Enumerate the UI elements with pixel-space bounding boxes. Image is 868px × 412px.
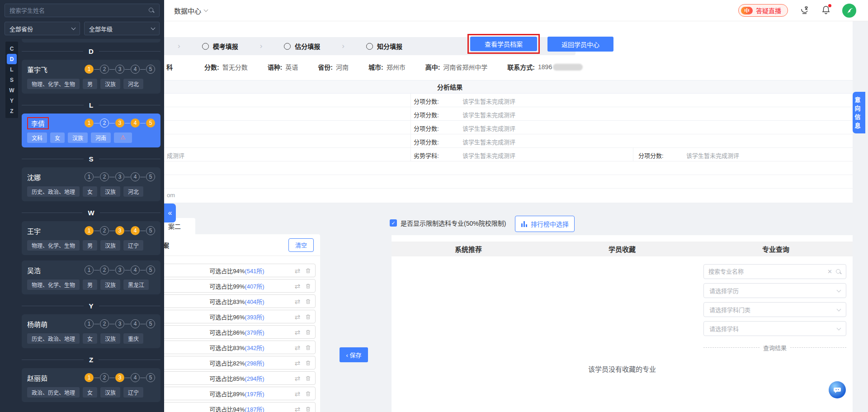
alphabet-letter-C[interactable]: C	[7, 43, 17, 54]
trash-icon[interactable]	[305, 283, 311, 289]
clear-x-icon[interactable]: ✕	[827, 268, 832, 275]
live-qa-button[interactable]: 答疑直播	[738, 4, 788, 17]
plan-row[interactable]: 可选占比94%(541所)⇄	[158, 264, 316, 277]
collapse-panel-button[interactable]: «	[164, 204, 176, 223]
major-filter-select[interactable]: 请选择学历	[703, 283, 846, 298]
student-name: 杨萌萌	[27, 319, 47, 329]
swap-icon[interactable]: ⇄	[294, 390, 300, 397]
restricted-majors-checkbox[interactable]: ✓	[390, 219, 397, 227]
student-tags: 物理、化学、生物男汉族黑龙江	[27, 279, 155, 290]
search-icon[interactable]	[149, 8, 155, 14]
chat-bot-icon[interactable]	[829, 381, 846, 398]
swap-icon[interactable]: ⇄	[294, 298, 300, 305]
plan-row-actions: ⇄	[294, 326, 311, 338]
data-center-menu[interactable]: 数据中心	[174, 6, 208, 15]
chevron-down-icon	[151, 26, 156, 30]
chevron-right-separator: ›	[178, 42, 180, 51]
trash-icon[interactable]	[305, 268, 311, 274]
alphabet-letter-L[interactable]: L	[7, 64, 17, 75]
student-card[interactable]: 杨萌萌12345历史、政治、地理女汉族重庆	[22, 314, 160, 348]
search-icon[interactable]	[836, 269, 842, 275]
student-tag: 黑龙江	[123, 279, 149, 290]
alphabet-letter-Z[interactable]: Z	[7, 106, 17, 116]
student-card[interactable]: 沈娜12345历史、政治、地理女汉族河北	[22, 167, 160, 201]
trash-icon[interactable]	[305, 345, 311, 350]
plan-school-count: (404所)	[245, 298, 264, 305]
user-avatar[interactable]	[842, 4, 856, 18]
student-tag: 汉族	[100, 279, 120, 290]
major-search-input[interactable]	[708, 268, 822, 275]
alphabet-letter-W[interactable]: W	[7, 85, 17, 95]
info-value: 河南	[336, 62, 349, 71]
step-circle: 4	[131, 172, 140, 181]
trash-icon[interactable]	[305, 360, 311, 366]
major-tab[interactable]: 专业查询	[699, 242, 853, 256]
plan-row[interactable]: 可选占比82%(298所)⇄	[158, 356, 316, 369]
swap-icon[interactable]: ⇄	[294, 375, 300, 382]
ranking-select-button[interactable]: 排行榜中选择	[515, 216, 575, 232]
notification-bell-icon[interactable]	[821, 5, 830, 16]
save-button[interactable]: ‹ 保存	[340, 347, 368, 362]
clear-plans-button[interactable]: 清空	[288, 238, 314, 252]
trash-icon[interactable]	[305, 391, 311, 397]
major-tab[interactable]: 系统推荐	[392, 242, 545, 256]
step-circle: 3	[115, 172, 124, 181]
workflow-step[interactable]: 模考填报	[202, 42, 238, 51]
record-mic-icon[interactable]	[800, 5, 810, 15]
swap-icon[interactable]: ⇄	[294, 283, 300, 289]
step-connector	[94, 69, 99, 70]
trash-icon[interactable]	[305, 298, 311, 304]
trash-icon[interactable]	[305, 375, 311, 381]
step-connector	[140, 177, 146, 177]
analysis-value: 该学生暂未完成测评	[686, 151, 739, 160]
trash-icon[interactable]	[305, 406, 311, 412]
alphabet-letter-Y[interactable]: Y	[7, 95, 17, 106]
swap-icon[interactable]: ⇄	[294, 406, 300, 412]
student-tag: 河南	[91, 133, 111, 143]
major-filter-select[interactable]: 请选择学科	[703, 321, 846, 336]
info-field: 城市:郑州市	[368, 62, 406, 71]
swap-icon[interactable]: ⇄	[294, 329, 300, 336]
student-card[interactable]: 吴浩12345物理、化学、生物男汉族黑龙江	[22, 260, 160, 294]
major-tab[interactable]: 学员收藏	[545, 242, 699, 256]
back-to-center-button[interactable]: 返回学员中心	[547, 37, 613, 52]
plan-row[interactable]: 可选占比94%(187所)⇄	[158, 402, 316, 412]
empty-row	[164, 175, 853, 189]
swap-icon[interactable]: ⇄	[294, 267, 300, 274]
step-circle: 1	[85, 319, 94, 328]
view-archive-button[interactable]: 查看学员档案	[470, 37, 537, 51]
student-detail-card: ›模考填报›估分填报›知分填报 查看学员档案 返回学员中心 科 分数:暂无分数语…	[164, 21, 853, 203]
student-card[interactable]: 李倩12345文科女汉族河南⚠	[22, 114, 160, 147]
analysis-label: 分项分数:	[414, 110, 439, 119]
trash-icon[interactable]	[305, 314, 311, 320]
select-placeholder: 请选择学科门类	[709, 305, 750, 314]
swap-icon[interactable]: ⇄	[294, 344, 300, 351]
plan-row[interactable]: 可选占比86%(379所)⇄	[158, 325, 316, 339]
plan-row[interactable]: 可选占比83%(342所)⇄	[158, 341, 316, 354]
trash-icon[interactable]	[305, 329, 311, 335]
student-search-input[interactable]	[9, 7, 149, 14]
major-filter-select[interactable]: 请选择学科门类	[703, 302, 846, 317]
grade-filter-select[interactable]: 全部年级	[84, 22, 160, 35]
student-card[interactable]: 董宇飞12345物理、化学、生物男汉族河北	[22, 60, 160, 94]
analysis-value: 该学生暂未完成测评	[462, 124, 515, 133]
plan-row[interactable]: 可选占比83%(404所)⇄	[158, 294, 316, 308]
alphabet-letter-S[interactable]: S	[7, 75, 17, 85]
plan-row[interactable]: 可选占比89%(197所)⇄	[158, 387, 316, 400]
province-filter-select[interactable]: 全部省份	[5, 22, 80, 35]
plan-row[interactable]: 可选占比96%(393所)⇄	[158, 310, 316, 323]
plan-row[interactable]: 可选占比99%(407所)⇄	[158, 279, 316, 293]
alphabet-letter-D[interactable]: D	[7, 54, 17, 64]
student-tag: 河北	[123, 79, 143, 89]
student-card[interactable]: 赵丽茹12345政治、历史、地理女汉族辽宁	[22, 368, 160, 402]
swap-icon[interactable]: ⇄	[294, 360, 300, 366]
analysis-rows: 分项分数:该学生暂未完成测评分项分数:该学生暂未完成测评分项分数:该学生暂未完成…	[164, 94, 853, 204]
swap-icon[interactable]: ⇄	[294, 313, 300, 320]
workflow-step[interactable]: 估分填报	[284, 42, 320, 51]
plan-row[interactable]: 可选占比85%(294所)⇄	[158, 371, 316, 385]
workflow-step[interactable]: 知分填报	[366, 42, 402, 51]
intent-info-tab[interactable]: 意向信息	[853, 92, 865, 133]
student-steps: 12345	[85, 172, 155, 181]
student-card[interactable]: 王宇12345物理、化学、生物男汉族辽宁	[22, 221, 160, 255]
analysis-partial-text: 成测评	[167, 151, 184, 160]
